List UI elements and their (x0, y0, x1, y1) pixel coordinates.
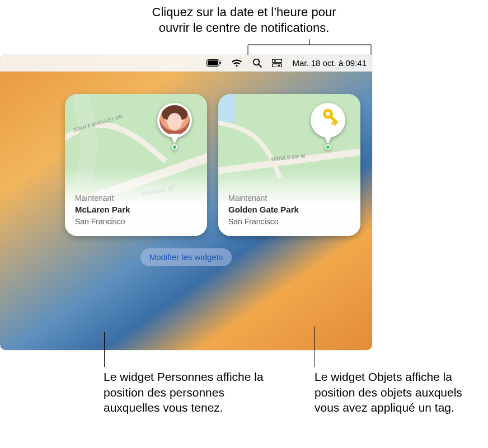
svg-rect-1 (208, 60, 218, 65)
wifi-icon[interactable] (231, 59, 242, 67)
people-city: San Francisco (75, 216, 130, 227)
leader-line-people (104, 332, 105, 367)
item-pin (311, 103, 345, 151)
key-icon (315, 107, 341, 133)
callout-line-2: ouvrir le centre de notifications. (0, 20, 488, 36)
menu-bar-datetime[interactable]: Mar. 18 oct. à 09:41 (292, 58, 367, 68)
items-city: San Francisco (228, 216, 299, 227)
person-pin (157, 103, 192, 151)
callout-widget-items: Le widget Objets affiche la position des… (315, 369, 482, 416)
battery-icon[interactable] (207, 59, 221, 67)
spotlight-search-icon[interactable] (252, 58, 262, 68)
svg-point-8 (278, 64, 280, 66)
svg-rect-5 (272, 59, 282, 63)
callout-line-1: Cliquez sur la date et l’heure pour (0, 4, 488, 20)
widget-people-text: Maintenant McLaren Park San Francisco (75, 192, 130, 227)
menu-bar: Mar. 18 oct. à 09:41 (0, 55, 372, 72)
callout-bracket-top (247, 39, 372, 56)
svg-line-4 (259, 64, 262, 67)
people-now-label: Maintenant (75, 192, 130, 204)
svg-rect-7 (272, 64, 282, 67)
svg-rect-13 (218, 94, 235, 122)
screenshot-area: Mar. 18 oct. à 09:41 JOHN F SHELLEY DR M… (0, 55, 372, 350)
widget-items[interactable]: MIDDLE DR W (218, 94, 360, 236)
svg-rect-2 (220, 62, 221, 64)
control-center-icon[interactable] (272, 59, 282, 67)
widgets-row: JOHN F SHELLEY DR MANSELL ST Maintenant … (65, 94, 360, 236)
svg-point-6 (274, 60, 276, 62)
people-place: McLaren Park (75, 204, 130, 216)
edit-widgets-button[interactable]: Modifier les widgets (140, 248, 232, 266)
callout-notification-center: Cliquez sur la date et l’heure pour ouvr… (0, 4, 488, 35)
avatar (159, 105, 190, 135)
callout-widget-people: Le widget Personnes affiche la position … (104, 369, 266, 416)
leader-line-items (315, 327, 315, 367)
items-place: Golden Gate Park (228, 204, 299, 216)
widget-items-text: Maintenant Golden Gate Park San Francisc… (228, 192, 299, 227)
widget-people[interactable]: JOHN F SHELLEY DR MANSELL ST Maintenant … (65, 94, 207, 236)
items-now-label: Maintenant (228, 192, 299, 204)
